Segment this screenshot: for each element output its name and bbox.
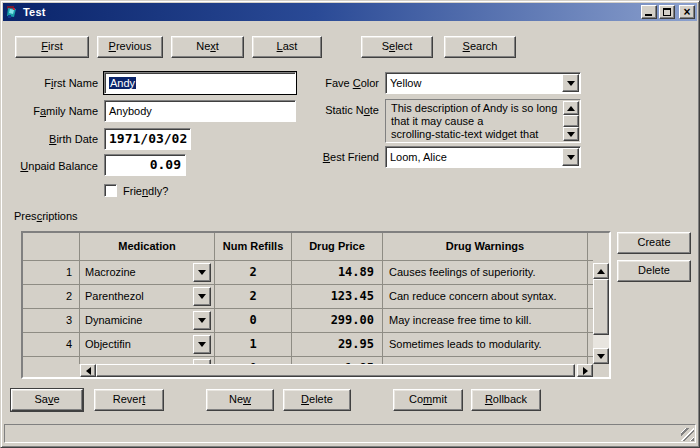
- best-friend-dropdown-button[interactable]: [562, 148, 579, 166]
- scroll-up-button[interactable]: [563, 101, 579, 115]
- refills-cell: 2: [215, 261, 292, 285]
- scroll-right-button[interactable]: [577, 364, 593, 377]
- price-cell: 14.89: [292, 261, 383, 285]
- refills-cell: 1: [215, 333, 292, 357]
- unpaid-balance-label: Unpaid Balance: [1, 160, 98, 173]
- close-icon: ×: [680, 5, 694, 19]
- medication-cell: Parenthezol: [80, 285, 215, 309]
- medication-dropdown-button[interactable]: [193, 311, 211, 330]
- prescriptions-table: Medication Num Refills Drug Price Drug W…: [21, 231, 611, 379]
- best-friend-combobox[interactable]: Loom, Alice: [385, 146, 581, 168]
- revert-button[interactable]: Revert: [94, 389, 164, 411]
- warnings-cell: Can reduce concern about syntax.: [383, 285, 588, 309]
- static-note-scrollbar[interactable]: [563, 101, 579, 141]
- col-header-warnings: Drug Warnings: [383, 233, 588, 261]
- static-note-line: that it may cause a: [391, 115, 560, 128]
- fave-color-label: Fave Color: [251, 77, 379, 90]
- medication-value: Dynamicine: [85, 314, 142, 326]
- arrow-up-icon: [567, 106, 575, 111]
- scroll-down-button[interactable]: [593, 348, 609, 364]
- medication-dropdown-button[interactable]: [193, 263, 211, 282]
- rollback-button[interactable]: Rollback: [471, 389, 541, 411]
- unpaid-balance-input[interactable]: 0.09: [104, 154, 186, 176]
- chevron-down-icon: [567, 155, 575, 160]
- refills-cell: 2: [215, 285, 292, 309]
- close-button[interactable]: ×: [679, 5, 695, 19]
- table-row[interactable]: 2 Parenthezol 2 123.45 Can reduce concer…: [23, 285, 593, 309]
- medication-cell: Macrozine: [80, 261, 215, 285]
- last-button[interactable]: Last: [252, 36, 322, 58]
- table-row[interactable]: 1 Macrozine 2 14.89 Causes feelings of s…: [23, 261, 593, 285]
- birth-date-input[interactable]: 1971/03/02: [104, 128, 191, 150]
- medication-dropdown-button[interactable]: [193, 287, 211, 306]
- delete-row-button[interactable]: Delete: [617, 260, 691, 282]
- scroll-up-button[interactable]: [593, 263, 609, 279]
- price-cell: 123.45: [292, 285, 383, 309]
- table-row[interactable]: 3 Dynamicine 0 299.00 May increase free …: [23, 309, 593, 333]
- create-button[interactable]: Create: [617, 232, 691, 254]
- scrollbar-thumb[interactable]: [96, 364, 575, 377]
- window-title: Test: [23, 6, 46, 18]
- medication-dropdown-button[interactable]: [193, 335, 211, 354]
- new-button[interactable]: New: [206, 389, 274, 411]
- col-header-refills: Num Refills: [215, 233, 292, 261]
- col-header-filler: [588, 233, 593, 261]
- search-button[interactable]: Search: [444, 36, 516, 58]
- chevron-down-icon: [198, 318, 206, 323]
- best-friend-label: Best Friend: [251, 151, 379, 164]
- medication-cell: Expensil: [80, 357, 215, 364]
- table-vertical-scrollbar[interactable]: [593, 263, 609, 364]
- row-number-cell: 2: [23, 285, 80, 309]
- prescriptions-label: Prescriptions: [14, 210, 78, 223]
- price-cell: 1.95: [292, 357, 383, 364]
- table-horizontal-scrollbar[interactable]: [80, 364, 593, 377]
- app-icon: [5, 5, 19, 19]
- medication-value: Objectifin: [85, 338, 131, 350]
- refills-cell: 0: [215, 309, 292, 333]
- table-row[interactable]: 4 Objectifin 1 29.95 Sometimes leads to …: [23, 333, 593, 357]
- save-button[interactable]: Save: [11, 389, 83, 411]
- friendly-label: Friendly?: [123, 185, 168, 198]
- static-note-box: This description of Andy is so long that…: [385, 99, 581, 143]
- scrollbar-thumb[interactable]: [563, 115, 579, 127]
- warnings-cell: Causes feelings of superiority.: [383, 261, 588, 285]
- scroll-left-button[interactable]: [80, 364, 96, 377]
- table-row[interactable]: 5 Expensil 0 1.95 May give Bill Gates a …: [23, 357, 593, 364]
- arrow-right-icon: [583, 367, 588, 375]
- commit-button[interactable]: Commit: [393, 389, 463, 411]
- family-name-label: Family Name: [1, 105, 98, 118]
- price-cell: 29.95: [292, 333, 383, 357]
- arrow-down-icon: [597, 354, 605, 359]
- fave-color-dropdown-button[interactable]: [562, 74, 579, 92]
- titlebar[interactable]: Test ×: [3, 3, 697, 21]
- select-button[interactable]: Select: [361, 36, 433, 58]
- warnings-cell: May increase free time to kill.: [383, 309, 588, 333]
- row-number-cell: 3: [23, 309, 80, 333]
- delete-button[interactable]: Delete: [283, 389, 351, 411]
- scrollbar-track[interactable]: [593, 335, 609, 348]
- previous-button[interactable]: Previous: [97, 36, 163, 58]
- col-header-price: Drug Price: [292, 233, 383, 261]
- warnings-cell: May give Bill Gates a headache.: [383, 357, 588, 364]
- friendly-checkbox[interactable]: [104, 184, 117, 197]
- maximize-button[interactable]: [659, 5, 675, 19]
- next-button[interactable]: Next: [171, 36, 244, 58]
- selected-text: Andy: [109, 77, 136, 89]
- scrollbar-thumb[interactable]: [593, 279, 609, 335]
- arrow-down-icon: [567, 132, 575, 137]
- chevron-down-icon: [198, 342, 206, 347]
- table-header: Medication Num Refills Drug Price Drug W…: [23, 233, 593, 261]
- medication-cell: Dynamicine: [80, 309, 215, 333]
- maximize-icon: [663, 8, 671, 16]
- fave-color-combobox[interactable]: Yellow: [385, 72, 581, 94]
- minimize-icon: [645, 14, 652, 16]
- resize-grip[interactable]: [681, 428, 694, 441]
- chevron-down-icon: [198, 294, 206, 299]
- arrow-left-icon: [86, 367, 91, 375]
- first-button[interactable]: First: [15, 36, 89, 58]
- arrow-up-icon: [597, 269, 605, 274]
- medication-value: Macrozine: [85, 266, 136, 278]
- scroll-down-button[interactable]: [563, 127, 579, 141]
- minimize-button[interactable]: [641, 5, 657, 19]
- row-number-cell: 1: [23, 261, 80, 285]
